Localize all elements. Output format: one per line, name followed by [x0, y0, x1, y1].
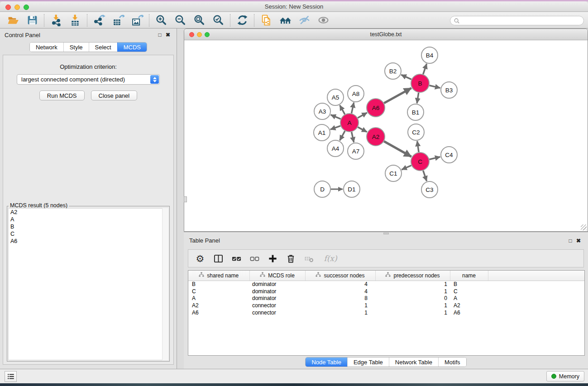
- zoom-out-icon[interactable]: [171, 14, 190, 27]
- column-header-predecessor-nodes[interactable]: predecessor nodes: [375, 271, 450, 281]
- table-cell[interactable]: dominator: [249, 288, 305, 295]
- table-cell[interactable]: A: [188, 295, 249, 302]
- hide-selected-icon[interactable]: [295, 14, 314, 27]
- zoom-selected-icon[interactable]: [209, 14, 228, 27]
- select-all-icon[interactable]: [230, 253, 242, 264]
- edge-A-A1[interactable]: [330, 126, 340, 129]
- function-builder-icon[interactable]: f(x): [321, 253, 340, 264]
- mcds-result-item[interactable]: B: [9, 223, 168, 230]
- delete-rows-icon[interactable]: [285, 253, 296, 264]
- table-cell[interactable]: 1: [305, 309, 375, 316]
- tab-edge-table[interactable]: Edge Table: [347, 357, 389, 367]
- table-cell[interactable]: B: [450, 281, 488, 288]
- edge-B-B1[interactable]: [417, 93, 419, 104]
- column-header-shared-name[interactable]: shared name: [188, 271, 249, 281]
- task-history-button[interactable]: [5, 371, 17, 382]
- tab-select[interactable]: Select: [89, 43, 117, 52]
- add-row-icon[interactable]: [267, 253, 278, 264]
- close-table-panel-icon[interactable]: ✖: [574, 238, 583, 244]
- network-canvas[interactable]: B4B2BB3A8A5A6A3B1AC2A1A2A4A7C4CC1DD1C3: [185, 41, 587, 231]
- show-columns-icon[interactable]: [212, 253, 224, 264]
- export-network-icon[interactable]: [90, 14, 109, 27]
- tab-node-table[interactable]: Node Table: [306, 357, 347, 367]
- vertical-splitter-grip[interactable]: [184, 196, 187, 202]
- table-cell[interactable]: C: [188, 288, 249, 295]
- edge-A-A3[interactable]: [331, 115, 341, 119]
- refresh-view-icon[interactable]: [233, 14, 252, 27]
- mcds-result-item[interactable]: A2: [9, 209, 168, 216]
- table-settings-icon[interactable]: ⚙: [194, 253, 206, 264]
- table-cell[interactable]: 1: [375, 288, 450, 295]
- search-field[interactable]: [450, 16, 584, 25]
- table-cell[interactable]: 4: [305, 288, 375, 295]
- table-cell[interactable]: 4: [305, 281, 375, 288]
- edge-A-A4[interactable]: [340, 131, 345, 140]
- float-table-panel-icon[interactable]: □: [566, 238, 574, 244]
- table-cell[interactable]: 0: [375, 295, 450, 302]
- edge-A-A7[interactable]: [352, 132, 354, 143]
- mcds-result-item[interactable]: A: [9, 216, 168, 223]
- network-window-titlebar[interactable]: testGlobe.txt: [184, 29, 588, 40]
- edge-C-C2[interactable]: [417, 141, 419, 152]
- tab-network-table[interactable]: Network Table: [389, 357, 438, 367]
- close-panel-icon[interactable]: ✖: [164, 32, 172, 38]
- delete-table-icon[interactable]: [303, 253, 315, 264]
- window-resize-grip[interactable]: [581, 224, 587, 230]
- network-graph[interactable]: B4B2BB3A8A5A6A3B1AC2A1A2A4A7C4CC1DD1C3: [185, 41, 587, 231]
- deselect-all-icon[interactable]: [249, 253, 260, 264]
- column-header-name[interactable]: name: [450, 271, 488, 281]
- mcds-result-item[interactable]: A6: [9, 238, 168, 245]
- first-neighbors-icon[interactable]: [276, 14, 295, 27]
- export-image-icon[interactable]: [128, 14, 147, 27]
- tab-mcds[interactable]: MCDS: [117, 43, 147, 52]
- column-header-successor-nodes[interactable]: successor nodes: [305, 271, 375, 281]
- table-cell[interactable]: connector: [249, 302, 305, 309]
- float-panel-icon[interactable]: □: [156, 32, 164, 38]
- table-cell[interactable]: A6: [188, 309, 249, 316]
- zoom-fit-icon[interactable]: [190, 14, 209, 27]
- table-cell[interactable]: 1: [375, 302, 450, 309]
- edge-B-B3[interactable]: [429, 86, 440, 88]
- table-cell[interactable]: 1: [305, 302, 375, 309]
- table-cell[interactable]: B: [188, 281, 249, 288]
- edge-B-B2[interactable]: [401, 75, 411, 79]
- tab-network[interactable]: Network: [30, 43, 63, 52]
- table-cell[interactable]: C: [450, 288, 488, 295]
- edge-A6-B[interactable]: [384, 88, 411, 103]
- edge-C-C4[interactable]: [429, 157, 440, 160]
- table-cell[interactable]: 8: [305, 295, 375, 302]
- edge-A-A5[interactable]: [340, 105, 345, 114]
- edge-A-A2[interactable]: [358, 127, 367, 132]
- edge-A-A6[interactable]: [358, 113, 367, 118]
- table-row[interactable]: Adominator80A: [188, 295, 584, 302]
- run-mcds-button[interactable]: Run MCDS: [39, 91, 85, 100]
- mcds-list-scrollbar[interactable]: [162, 208, 168, 360]
- table-cell[interactable]: A2: [188, 302, 249, 309]
- zoom-in-icon[interactable]: [152, 14, 171, 27]
- column-header-MCDS-role[interactable]: MCDS role: [249, 271, 305, 281]
- table-cell[interactable]: dominator: [249, 281, 305, 288]
- table-cell[interactable]: A2: [450, 302, 488, 309]
- import-table-icon[interactable]: [66, 14, 85, 27]
- new-network-from-selection-icon[interactable]: [257, 14, 276, 27]
- table-cell[interactable]: 1: [375, 281, 450, 288]
- table-cell[interactable]: 1: [375, 309, 450, 316]
- import-network-icon[interactable]: [47, 14, 66, 27]
- show-all-icon[interactable]: [314, 14, 333, 27]
- table-cell[interactable]: A6: [450, 309, 488, 316]
- edge-B-B4[interactable]: [423, 64, 427, 74]
- tab-motifs[interactable]: Motifs: [438, 357, 466, 367]
- edge-A-A8[interactable]: [352, 103, 354, 114]
- search-input[interactable]: [460, 17, 583, 24]
- table-row[interactable]: A6connector11A6: [188, 309, 584, 316]
- table-row[interactable]: Cdominator41C: [188, 288, 584, 295]
- mcds-result-list[interactable]: A2ABCA6: [8, 208, 168, 360]
- memory-button[interactable]: Memory: [546, 371, 584, 381]
- table-row[interactable]: Bdominator41B: [188, 281, 584, 288]
- tab-style[interactable]: Style: [63, 43, 89, 52]
- edge-A2-C[interactable]: [384, 141, 411, 157]
- open-file-icon[interactable]: [4, 14, 23, 27]
- table-cell[interactable]: connector: [249, 309, 305, 316]
- table-cell[interactable]: A: [450, 295, 488, 302]
- table-cell[interactable]: dominator: [249, 295, 305, 302]
